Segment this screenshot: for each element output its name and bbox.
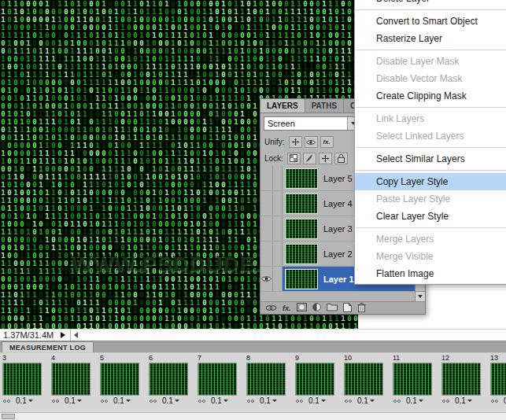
frame-thumbnail[interactable] — [149, 363, 188, 396]
link-indicator-cell — [273, 241, 283, 266]
unify-style-button[interactable]: fx. — [320, 136, 334, 148]
delete-layer-button[interactable] — [357, 303, 366, 314]
visibility-toggle[interactable] — [260, 166, 273, 190]
layer-name: Layer 4 — [323, 199, 353, 208]
scrollbar-thumb[interactable] — [2, 414, 15, 419]
unify-position-button[interactable] — [289, 136, 302, 148]
frame-delay[interactable]: 0.1 — [455, 396, 466, 405]
frame-thumbnail[interactable] — [490, 363, 506, 396]
blend-mode-dropdown[interactable]: Screen — [264, 116, 360, 131]
animation-frame[interactable]: 6 0.1 — [148, 354, 192, 406]
scroll-down-button[interactable] — [416, 291, 425, 301]
frame-delay[interactable]: 0.1 — [357, 396, 368, 405]
new-layer-button[interactable] — [343, 303, 352, 314]
add-layer-style-button[interactable]: fx. — [283, 304, 291, 312]
visibility-toggle[interactable] — [260, 191, 273, 216]
tab-measurement-log[interactable]: MEASUREMENT LOG — [2, 341, 94, 353]
frame-number: 11 — [392, 354, 436, 363]
frame-thumbnail[interactable] — [295, 363, 334, 396]
frame-number: 4 — [50, 354, 94, 363]
unify-visibility-button[interactable] — [305, 136, 318, 148]
delay-dropdown-icon[interactable] — [175, 400, 179, 402]
frame-delay[interactable]: 0.1 — [308, 396, 319, 405]
frame-thumbnail[interactable] — [441, 363, 481, 396]
delay-dropdown-icon[interactable] — [28, 400, 33, 402]
delay-dropdown-icon[interactable] — [77, 400, 82, 402]
eye-icon — [306, 139, 316, 146]
delay-dropdown-icon[interactable] — [272, 400, 277, 402]
menu-item-select-linked-layers: Select Linked Layers — [355, 127, 506, 145]
frame-number: 5 — [99, 354, 143, 363]
menu-item-create-clipping-mask[interactable]: Create Clipping Mask — [355, 87, 506, 105]
layer-thumbnail[interactable] — [285, 244, 318, 264]
frame-thumbnail[interactable] — [393, 363, 432, 396]
layer-thumbnail[interactable] — [285, 269, 318, 289]
add-layer-mask-button[interactable] — [297, 303, 307, 313]
delay-dropdown-icon[interactable] — [126, 400, 131, 402]
layer-thumbnail[interactable] — [285, 193, 318, 214]
frame-delay[interactable]: 0.1 — [113, 396, 124, 405]
frame-thumbnail[interactable] — [100, 363, 139, 396]
link-indicator-cell — [273, 166, 283, 190]
tab-paths[interactable]: PATHS — [305, 99, 344, 112]
delay-dropdown-icon[interactable] — [467, 400, 472, 402]
status-flyout-icon[interactable] — [61, 332, 65, 338]
visibility-toggle[interactable] — [260, 241, 273, 266]
lock-image-button[interactable] — [303, 153, 316, 164]
animation-frame[interactable]: 9 0.1 — [294, 354, 338, 406]
frame-thumbnail[interactable] — [51, 363, 90, 396]
animation-frame[interactable]: 8 0.1 — [246, 354, 290, 406]
frame-disposal-icon — [345, 400, 348, 403]
animation-frame[interactable]: 5 0.1 — [99, 354, 143, 406]
horizontal-scrollbar[interactable] — [0, 412, 506, 420]
frame-delay[interactable]: 0.1 — [211, 396, 222, 405]
adjustment-layer-button[interactable] — [312, 303, 321, 313]
delay-dropdown-icon[interactable] — [321, 400, 326, 402]
delay-dropdown-icon[interactable] — [223, 400, 228, 402]
eye-icon — [261, 275, 271, 282]
animation-frame[interactable]: 11 0.1 — [392, 354, 436, 406]
frame-disposal-icon — [153, 400, 157, 403]
lock-transparency-button[interactable] — [287, 153, 301, 164]
delay-dropdown-icon[interactable] — [370, 400, 375, 402]
menu-item-delete-layer[interactable]: Delete Layer — [355, 0, 506, 7]
tab-layers[interactable]: LAYERS — [260, 99, 305, 112]
lock-position-button[interactable] — [319, 153, 332, 164]
frame-delay[interactable]: 0.1 — [406, 396, 417, 405]
frame-thumbnail[interactable] — [344, 363, 383, 396]
frame-thumbnail[interactable] — [2, 363, 42, 396]
frame-delay[interactable]: 0.1 — [16, 396, 27, 405]
layer-thumbnail[interactable] — [285, 219, 318, 239]
frame-thumbnail[interactable] — [198, 363, 237, 396]
frame-number: 13 — [489, 354, 506, 363]
menu-item-convert-to-smart-object[interactable]: Convert to Smart Object — [355, 13, 506, 30]
animation-frame[interactable]: 3 0.1 — [2, 354, 46, 406]
frame-delay[interactable]: 0.1 — [65, 396, 76, 405]
create-group-button[interactable] — [327, 303, 338, 313]
menu-separator — [356, 107, 506, 108]
animation-frame[interactable]: 13 0.1 — [489, 354, 506, 406]
menu-item-merge-visible: Merge Visible — [355, 248, 506, 265]
frame-disposal-icon — [251, 400, 254, 403]
scrollbar-left-arrow-icon[interactable] — [74, 332, 78, 338]
animation-frame[interactable]: 7 0.1 — [197, 354, 241, 406]
menu-item-select-similar-layers[interactable]: Select Similar Layers — [355, 150, 506, 168]
animation-frame[interactable]: 4 0.1 — [50, 354, 94, 406]
visibility-toggle[interactable] — [260, 216, 273, 241]
frame-delay[interactable]: 0.1 — [260, 396, 271, 405]
frame-delay[interactable]: 0.1 — [162, 396, 173, 405]
frame-thumbnail[interactable] — [246, 363, 286, 396]
menu-item-copy-layer-style[interactable]: Copy Layer Style — [355, 173, 506, 190]
lock-all-button[interactable] — [334, 153, 348, 164]
link-layers-button[interactable] — [265, 304, 277, 313]
menu-item-flatten-image[interactable]: Flatten Image — [355, 265, 506, 282]
animation-frame[interactable]: 12 0.1 — [441, 354, 485, 406]
animation-frame[interactable]: 10 0.1 — [343, 354, 387, 406]
visibility-toggle[interactable] — [260, 267, 273, 291]
menu-item-rasterize-layer[interactable]: Rasterize Layer — [355, 30, 506, 47]
delay-dropdown-icon[interactable] — [419, 400, 423, 402]
menu-item-clear-layer-style[interactable]: Clear Layer Style — [355, 208, 506, 225]
frame-disposal-icon — [202, 400, 205, 403]
layer-thumbnail[interactable] — [285, 168, 318, 189]
chain-link-icon — [265, 304, 277, 311]
